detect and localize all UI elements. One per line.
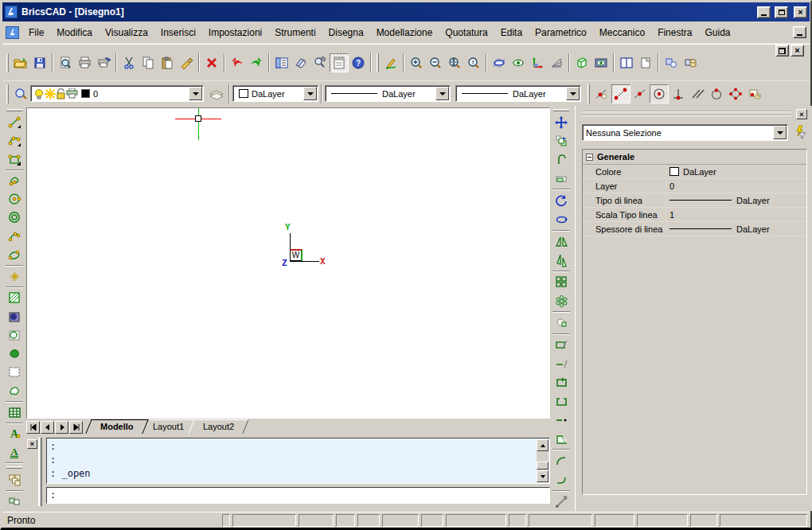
- copy-entities-button[interactable]: [662, 53, 681, 72]
- fillet-tool[interactable]: [551, 451, 572, 470]
- selection-combo[interactable]: Nessuna Selezione: [582, 124, 788, 141]
- look-button[interactable]: [509, 53, 528, 72]
- menu-strumenti[interactable]: Strumenti: [268, 24, 322, 41]
- section-generale[interactable]: Generale: [583, 150, 806, 165]
- isolate-entities-button[interactable]: [681, 53, 700, 72]
- print-export-button[interactable]: [94, 53, 113, 72]
- maximize-button[interactable]: [775, 6, 788, 18]
- break-tool[interactable]: [551, 411, 572, 430]
- fillet-arc-tool[interactable]: [551, 470, 572, 489]
- status-cell[interactable]: [357, 514, 380, 527]
- command-input[interactable]: :: [46, 487, 550, 504]
- menu-file[interactable]: File: [22, 24, 50, 41]
- line-tool[interactable]: [4, 113, 25, 131]
- status-cell[interactable]: [509, 514, 526, 527]
- extend-tool[interactable]: [551, 354, 572, 373]
- orbit-button[interactable]: [490, 53, 509, 72]
- layer-dropdown-arrow[interactable]: [189, 87, 202, 100]
- snap-perpendicular-button[interactable]: [669, 84, 688, 103]
- cut-button[interactable]: [119, 53, 139, 72]
- settings-button[interactable]: [310, 53, 330, 72]
- circle-tool[interactable]: [4, 190, 25, 208]
- rotate-tool[interactable]: [551, 191, 572, 210]
- region-tool[interactable]: [4, 307, 25, 325]
- snap-center-button[interactable]: [650, 84, 669, 103]
- polyline-tool[interactable]: [4, 150, 25, 168]
- scale-tool[interactable]: [551, 314, 572, 333]
- status-cell[interactable]: [336, 514, 355, 527]
- rotate-3d-tool[interactable]: [551, 210, 572, 229]
- ellipse-tool[interactable]: [4, 227, 25, 245]
- zoom-out-button[interactable]: [426, 53, 445, 72]
- snap-nearest-button[interactable]: [592, 84, 611, 103]
- command-scrollbar[interactable]: [537, 439, 548, 482]
- menu-disegna[interactable]: Disegna: [322, 24, 370, 41]
- tab-layout2[interactable]: Layout2: [188, 419, 248, 434]
- move-tool[interactable]: [551, 113, 572, 132]
- array-tool[interactable]: [551, 273, 572, 292]
- properties-button[interactable]: [272, 53, 291, 72]
- text-tool[interactable]: A: [4, 443, 25, 462]
- save-button[interactable]: [30, 53, 49, 72]
- snap-insertion-button[interactable]: [745, 84, 764, 103]
- status-cell[interactable]: [529, 514, 592, 527]
- prop-row-tipo-di-linea[interactable]: Tipo di linea DaLayer: [583, 193, 806, 208]
- status-cell[interactable]: [637, 514, 688, 527]
- menu-finestra[interactable]: Finestra: [651, 24, 698, 41]
- spline-tool[interactable]: [4, 172, 25, 190]
- copy-tool[interactable]: [551, 132, 572, 151]
- status-cell[interactable]: [690, 514, 717, 527]
- drawing-explorer-button[interactable]: [291, 53, 310, 72]
- prop-row-colore[interactable]: Colore DaLayer: [583, 165, 806, 179]
- open-polyline-tool[interactable]: [551, 392, 572, 411]
- status-cell[interactable]: [421, 514, 443, 527]
- panel-grip[interactable]: [582, 111, 791, 116]
- menu-meccanico[interactable]: Meccanico: [593, 24, 651, 41]
- perspective-button[interactable]: [547, 53, 566, 72]
- lineweight-combo[interactable]: DaLayer: [455, 85, 581, 102]
- hatch-tool[interactable]: [4, 289, 25, 307]
- toolbar-grip[interactable]: [6, 53, 9, 72]
- status-cell[interactable]: [299, 514, 334, 527]
- menu-impostazioni[interactable]: Impostazioni: [202, 24, 268, 41]
- status-cell[interactable]: [232, 514, 296, 527]
- linetype-combo[interactable]: DaLayer: [325, 85, 451, 102]
- mirror-3d-tool[interactable]: [551, 251, 572, 270]
- menu-parametrico[interactable]: Parametrico: [529, 24, 593, 41]
- menu-edita[interactable]: Edita: [494, 24, 529, 41]
- command-history[interactable]: : : : _open: [46, 438, 550, 484]
- menu-visualizza[interactable]: Visualizza: [99, 24, 154, 41]
- paste-button[interactable]: [158, 53, 177, 72]
- panel-close-button[interactable]: ×: [796, 109, 807, 119]
- undo-button[interactable]: [228, 53, 247, 72]
- color-dropdown-arrow[interactable]: [303, 87, 317, 100]
- zoom-in-button[interactable]: [407, 53, 426, 72]
- snap-midpoint-button[interactable]: [630, 84, 650, 103]
- block-tool[interactable]: [4, 470, 25, 489]
- layer-states-button[interactable]: [207, 84, 226, 103]
- render-button[interactable]: [591, 53, 611, 72]
- status-cell[interactable]: [595, 514, 634, 527]
- drawing-canvas[interactable]: Y W X Z: [26, 107, 550, 419]
- menu-quotatura[interactable]: Quotatura: [439, 24, 494, 41]
- explode-tool[interactable]: [551, 493, 572, 512]
- chamfer-tool[interactable]: [551, 430, 572, 449]
- trim-tool[interactable]: [551, 336, 572, 355]
- zoom-previous-button[interactable]: f: [464, 53, 483, 72]
- explore-layers-button[interactable]: [11, 84, 30, 103]
- donut-tool[interactable]: [4, 208, 25, 227]
- child-minimize-button[interactable]: [793, 26, 806, 38]
- child-close-button[interactable]: ×: [791, 45, 804, 57]
- delete-button[interactable]: [202, 53, 221, 72]
- prop-row-spessore-di-linea[interactable]: Spessore di linea DaLayer: [583, 222, 806, 236]
- status-cell[interactable]: [720, 514, 807, 527]
- menu-modifica[interactable]: Modifica: [50, 24, 99, 41]
- print-button[interactable]: [75, 53, 94, 72]
- open-button[interactable]: [11, 53, 30, 72]
- copy-button[interactable]: [139, 53, 158, 72]
- sketch-button[interactable]: [381, 53, 400, 72]
- ucs-button[interactable]: [528, 53, 547, 72]
- zoom-extents-button[interactable]: [445, 53, 464, 72]
- prop-row-scala-tipo-linea[interactable]: Scala Tipo linea 1: [583, 208, 806, 222]
- offset-tool[interactable]: [551, 150, 572, 170]
